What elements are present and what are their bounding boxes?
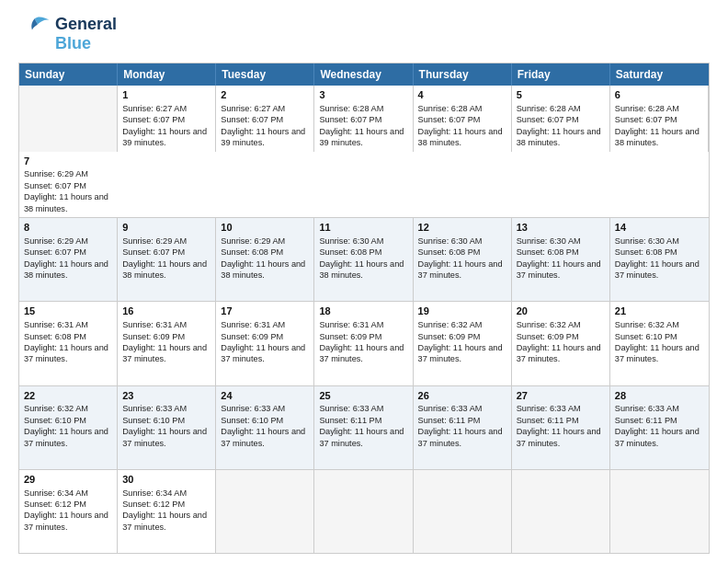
sunrise-text: Sunrise: 6:31 AM xyxy=(24,320,88,329)
day-number: 12 xyxy=(418,221,506,235)
calendar-cell: 20Sunrise: 6:32 AMSunset: 6:09 PMDayligh… xyxy=(512,302,610,385)
sunset-text: Sunset: 6:09 PM xyxy=(418,332,481,341)
calendar-cell: 5Sunrise: 6:28 AMSunset: 6:07 PMDaylight… xyxy=(512,86,610,152)
calendar-cell: 15Sunrise: 6:31 AMSunset: 6:08 PMDayligh… xyxy=(19,302,118,385)
calendar-cell xyxy=(414,470,512,553)
sunrise-text: Sunrise: 6:29 AM xyxy=(221,236,285,246)
daylight-text: Daylight: 11 hours and 37 minutes. xyxy=(517,427,601,447)
calendar-cell: 30Sunrise: 6:34 AMSunset: 6:12 PMDayligh… xyxy=(118,470,216,553)
daylight-text: Daylight: 11 hours and 37 minutes. xyxy=(615,427,700,447)
calendar-cell-empty xyxy=(19,86,118,152)
calendar-cell: 17Sunrise: 6:31 AMSunset: 6:09 PMDayligh… xyxy=(216,302,314,385)
sunrise-text: Sunrise: 6:33 AM xyxy=(122,404,187,413)
day-number: 19 xyxy=(418,304,506,318)
sunrise-text: Sunrise: 6:28 AM xyxy=(418,104,483,113)
sunrise-text: Sunrise: 6:33 AM xyxy=(615,404,679,413)
logo-blue: Blue xyxy=(55,34,91,53)
daylight-text: Daylight: 11 hours and 37 minutes. xyxy=(221,427,305,447)
day-number: 22 xyxy=(24,389,112,403)
day-number: 15 xyxy=(24,304,112,318)
daylight-text: Daylight: 11 hours and 39 minutes. xyxy=(319,127,404,147)
day-header-tuesday: Tuesday xyxy=(216,63,314,86)
day-number: 3 xyxy=(319,88,407,102)
sunset-text: Sunset: 6:10 PM xyxy=(24,416,86,425)
day-number: 20 xyxy=(517,304,605,318)
daylight-text: Daylight: 11 hours and 37 minutes. xyxy=(24,343,108,363)
calendar-cell: 29Sunrise: 6:34 AMSunset: 6:12 PMDayligh… xyxy=(19,470,118,553)
calendar-cell: 25Sunrise: 6:33 AMSunset: 6:11 PMDayligh… xyxy=(314,386,413,469)
calendar-cell: 26Sunrise: 6:33 AMSunset: 6:11 PMDayligh… xyxy=(414,386,512,469)
day-header-friday: Friday xyxy=(512,63,610,86)
sunset-text: Sunset: 6:08 PM xyxy=(24,332,86,341)
daylight-text: Daylight: 11 hours and 37 minutes. xyxy=(319,343,404,363)
day-number: 24 xyxy=(221,389,309,403)
daylight-text: Daylight: 11 hours and 37 minutes. xyxy=(615,343,700,363)
daylight-text: Daylight: 11 hours and 38 minutes. xyxy=(24,259,108,280)
sunset-text: Sunset: 6:07 PM xyxy=(517,115,579,124)
day-number: 21 xyxy=(615,304,704,318)
calendar-cell: 18Sunrise: 6:31 AMSunset: 6:09 PMDayligh… xyxy=(314,302,413,385)
day-number: 1 xyxy=(122,88,210,102)
calendar-cell: 4Sunrise: 6:28 AMSunset: 6:07 PMDaylight… xyxy=(414,86,512,152)
calendar-cell: 27Sunrise: 6:33 AMSunset: 6:11 PMDayligh… xyxy=(512,386,610,469)
sunset-text: Sunset: 6:08 PM xyxy=(615,247,677,257)
calendar-cell xyxy=(610,470,709,553)
calendar-cell: 3Sunrise: 6:28 AMSunset: 6:07 PMDaylight… xyxy=(314,86,413,152)
day-number: 13 xyxy=(517,221,605,235)
sunrise-text: Sunrise: 6:29 AM xyxy=(122,236,187,246)
calendar-cell: 28Sunrise: 6:33 AMSunset: 6:11 PMDayligh… xyxy=(610,386,709,469)
day-number: 29 xyxy=(24,473,112,487)
sunset-text: Sunset: 6:10 PM xyxy=(615,332,677,341)
calendar-cell: 8Sunrise: 6:29 AMSunset: 6:07 PMDaylight… xyxy=(19,218,118,301)
sunset-text: Sunset: 6:09 PM xyxy=(319,332,381,341)
sunrise-text: Sunrise: 6:32 AM xyxy=(615,320,679,329)
sunset-text: Sunset: 6:10 PM xyxy=(122,416,185,425)
day-number: 7 xyxy=(24,155,113,168)
sunset-text: Sunset: 6:07 PM xyxy=(319,115,381,124)
sunset-text: Sunset: 6:07 PM xyxy=(122,115,185,124)
logo: General Blue xyxy=(18,15,117,53)
day-number: 9 xyxy=(122,221,210,235)
day-number: 2 xyxy=(221,88,309,102)
sunset-text: Sunset: 6:08 PM xyxy=(319,247,381,257)
day-number: 16 xyxy=(122,304,210,318)
calendar-cell: 6Sunrise: 6:28 AMSunset: 6:07 PMDaylight… xyxy=(610,86,709,152)
day-header-saturday: Saturday xyxy=(610,63,709,86)
daylight-text: Daylight: 11 hours and 38 minutes. xyxy=(122,259,207,280)
calendar-cell: 14Sunrise: 6:30 AMSunset: 6:08 PMDayligh… xyxy=(610,218,709,301)
daylight-text: Daylight: 11 hours and 37 minutes. xyxy=(418,259,503,280)
calendar-row: 22Sunrise: 6:32 AMSunset: 6:10 PMDayligh… xyxy=(19,385,709,469)
daylight-text: Daylight: 11 hours and 38 minutes. xyxy=(418,127,503,147)
day-number: 18 xyxy=(319,304,407,318)
calendar-cell: 12Sunrise: 6:30 AMSunset: 6:08 PMDayligh… xyxy=(414,218,512,301)
calendar-row: 15Sunrise: 6:31 AMSunset: 6:08 PMDayligh… xyxy=(19,301,709,385)
daylight-text: Daylight: 11 hours and 39 minutes. xyxy=(122,127,207,147)
sunrise-text: Sunrise: 6:30 AM xyxy=(615,236,679,246)
day-header-monday: Monday xyxy=(118,63,216,86)
daylight-text: Daylight: 11 hours and 37 minutes. xyxy=(517,259,601,280)
day-number: 23 xyxy=(122,389,210,403)
sunrise-text: Sunrise: 6:27 AM xyxy=(122,104,187,113)
daylight-text: Daylight: 11 hours and 38 minutes. xyxy=(615,127,700,147)
sunset-text: Sunset: 6:12 PM xyxy=(122,500,185,509)
day-number: 25 xyxy=(319,389,407,403)
sunset-text: Sunset: 6:07 PM xyxy=(615,115,677,124)
daylight-text: Daylight: 11 hours and 37 minutes. xyxy=(517,343,601,363)
sunset-text: Sunset: 6:08 PM xyxy=(517,247,579,257)
calendar-cell xyxy=(216,470,314,553)
sunset-text: Sunset: 6:07 PM xyxy=(24,247,86,257)
daylight-text: Daylight: 11 hours and 37 minutes. xyxy=(122,343,207,363)
day-number: 27 xyxy=(517,389,605,403)
calendar-cell: 19Sunrise: 6:32 AMSunset: 6:09 PMDayligh… xyxy=(414,302,512,385)
sunrise-text: Sunrise: 6:33 AM xyxy=(319,404,383,413)
calendar-cell: 24Sunrise: 6:33 AMSunset: 6:10 PMDayligh… xyxy=(216,386,314,469)
daylight-text: Daylight: 11 hours and 37 minutes. xyxy=(24,511,108,531)
day-header-wednesday: Wednesday xyxy=(314,63,413,86)
calendar-cell: 9Sunrise: 6:29 AMSunset: 6:07 PMDaylight… xyxy=(118,218,216,301)
calendar-cell: 16Sunrise: 6:31 AMSunset: 6:09 PMDayligh… xyxy=(118,302,216,385)
sunset-text: Sunset: 6:07 PM xyxy=(122,247,185,257)
daylight-text: Daylight: 11 hours and 37 minutes. xyxy=(615,259,700,280)
daylight-text: Daylight: 11 hours and 37 minutes. xyxy=(24,427,108,447)
daylight-text: Daylight: 11 hours and 37 minutes. xyxy=(122,427,207,447)
sunset-text: Sunset: 6:08 PM xyxy=(418,247,481,257)
